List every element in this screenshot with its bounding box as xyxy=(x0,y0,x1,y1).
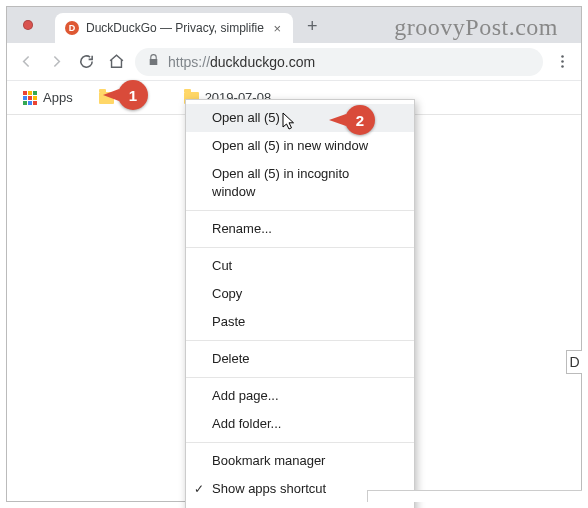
window-close-dot[interactable] xyxy=(23,20,33,30)
annotation-callout-2: 2 xyxy=(345,105,375,135)
menu-open-all[interactable]: Open all (5) xyxy=(186,104,414,132)
forward-button[interactable] xyxy=(45,51,67,73)
tab-close-icon[interactable]: × xyxy=(271,21,283,36)
apps-icon xyxy=(23,91,37,105)
menu-open-all-incognito[interactable]: Open all (5) in incognito window xyxy=(186,160,414,206)
bottom-fragment xyxy=(367,490,582,502)
menu-show-bookmarks-bar[interactable]: Show bookmarks bar xyxy=(186,503,414,508)
browser-tab[interactable]: D DuckDuckGo — Privacy, simplifie × xyxy=(55,13,293,43)
new-tab-button[interactable]: + xyxy=(307,16,318,37)
menu-open-all-new-window[interactable]: Open all (5) in new window xyxy=(186,132,414,160)
svg-point-1 xyxy=(561,60,564,63)
context-menu: Open all (5) Open all (5) in new window … xyxy=(185,99,415,508)
menu-cut[interactable]: Cut xyxy=(186,252,414,280)
menu-copy[interactable]: Copy xyxy=(186,280,414,308)
annotation-callout-1: 1 xyxy=(118,80,148,110)
address-bar[interactable]: https://duckduckgo.com xyxy=(135,48,543,76)
menu-add-page[interactable]: Add page... xyxy=(186,382,414,410)
menu-bookmark-manager[interactable]: Bookmark manager xyxy=(186,447,414,475)
mouse-cursor-icon xyxy=(282,112,298,132)
url-text: https://duckduckgo.com xyxy=(168,54,315,70)
reload-button[interactable] xyxy=(75,51,97,73)
tab-title: DuckDuckGo — Privacy, simplifie xyxy=(86,21,271,35)
watermark-text: groovyPost.com xyxy=(394,14,558,41)
svg-point-0 xyxy=(561,55,564,58)
toolbar: https://duckduckgo.com xyxy=(7,43,581,81)
svg-point-2 xyxy=(561,65,564,68)
back-button[interactable] xyxy=(15,51,37,73)
apps-shortcut[interactable]: Apps xyxy=(17,87,79,108)
home-button[interactable] xyxy=(105,51,127,73)
side-fragment: D xyxy=(566,350,582,374)
menu-rename[interactable]: Rename... xyxy=(186,215,414,243)
menu-button[interactable] xyxy=(551,51,573,73)
apps-label: Apps xyxy=(43,90,73,105)
menu-delete[interactable]: Delete xyxy=(186,345,414,373)
duckduckgo-favicon: D xyxy=(65,21,79,35)
menu-paste[interactable]: Paste xyxy=(186,308,414,336)
menu-add-folder[interactable]: Add folder... xyxy=(186,410,414,438)
lock-icon xyxy=(147,53,160,70)
